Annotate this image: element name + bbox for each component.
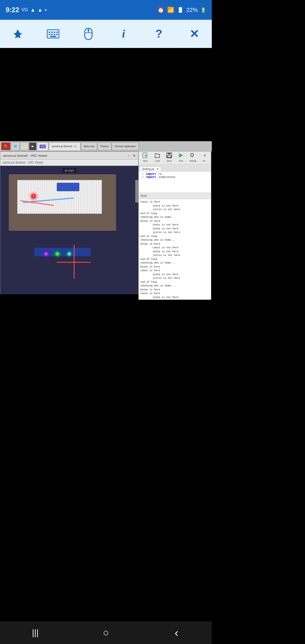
new-file-icon xyxy=(142,152,149,158)
svg-marker-20 xyxy=(179,153,183,158)
thonny-save-label: Save xyxy=(167,160,172,162)
led-purple xyxy=(44,252,48,256)
led-strip-module xyxy=(34,248,91,256)
shell-line: lydia is not here xyxy=(140,250,209,254)
thonny-debug-icon xyxy=(189,151,197,159)
taskbar-globe[interactable]: 🌐 xyxy=(11,142,19,150)
taskbar-thonny[interactable]: Thonny xyxy=(98,142,111,150)
nav-home-button[interactable]: ○ xyxy=(95,624,117,641)
shell-line: lydia is not here xyxy=(140,273,209,277)
vnc-minimize[interactable]: − xyxy=(128,153,130,158)
thonny-window: Thonny — /home/pi/Desktop/... ✕ New Load xyxy=(138,141,211,299)
status-left: 9:22 VG ▲ ▲ • xyxy=(6,6,47,14)
thonny-shell[interactable]: Lewis is here lydia is not here justin i… xyxy=(139,199,211,300)
taskbar-dylan[interactable]: dylan test xyxy=(81,142,97,150)
shell-label-text: Shell xyxy=(140,194,147,197)
svg-rect-8 xyxy=(56,34,58,35)
thonny-debug-label: Debug xyxy=(189,160,196,162)
info-icon: i xyxy=(122,27,125,40)
shell-line: Lewis is not here xyxy=(140,223,209,227)
thonny-new-label: New xyxy=(143,160,148,162)
taskbar-vg[interactable]: VG xyxy=(37,142,48,150)
thonny-editor[interactable]: 1 import re 2 import subprocess xyxy=(139,171,211,193)
shell-line: lydia is not here xyxy=(140,296,209,300)
thonny-tab-label: testing.py xyxy=(142,167,154,171)
thonny-load-button[interactable]: Load xyxy=(152,151,162,162)
status-dot: • xyxy=(45,7,47,13)
svg-rect-6 xyxy=(51,34,53,35)
status-right: ⏰ 📶 ▐▌ 22% 🔋 xyxy=(157,6,206,13)
svg-rect-4 xyxy=(56,32,58,33)
thonny-load-icon xyxy=(153,151,161,159)
thonny-over-label: Ov... xyxy=(202,160,207,162)
thonny-save-icon xyxy=(165,151,173,159)
taskbar-terminal[interactable]: ▶ xyxy=(29,142,36,150)
taskbar-vnc[interactable]: camera pi (botnet) - V... xyxy=(49,142,80,150)
mouse-button[interactable] xyxy=(77,23,100,45)
taskbar-rpi-icon[interactable]: 🍓 xyxy=(1,142,10,150)
keyboard-icon xyxy=(47,29,59,38)
help-button[interactable]: ? xyxy=(148,23,170,45)
thonny-tab-close[interactable]: ✕ xyxy=(156,167,159,171)
vnc-subtitle-text: camera pi (botnet) - VNC Viewer xyxy=(3,161,43,164)
svg-rect-21 xyxy=(191,153,193,156)
nav-home-icon: ○ xyxy=(103,627,109,639)
shell-line: checking who is home... xyxy=(140,238,209,242)
vnc-close[interactable]: ✕ xyxy=(132,153,136,158)
close-button[interactable]: ✕ xyxy=(183,23,206,45)
shell-line: Lewis is here xyxy=(140,200,209,204)
pin-icon xyxy=(12,29,23,39)
shell-line: end of loop xyxy=(140,212,209,216)
vnc-title: camera pi (botnet) - VNC Viewer xyxy=(3,154,47,157)
status-time: 9:22 xyxy=(6,6,19,14)
vnc-subtitle: camera pi (botnet) - VNC Viewer xyxy=(0,160,138,166)
close-icon: ✕ xyxy=(189,27,199,40)
nav-recent-button[interactable]: ||| xyxy=(24,624,47,641)
code-line-2: 2 import subprocess xyxy=(140,176,210,179)
status-vg: VG xyxy=(21,7,28,12)
shell-line: Dylan is here xyxy=(140,265,209,269)
thonny-new-button[interactable]: New xyxy=(140,151,151,162)
shell-line: end of loop xyxy=(140,280,209,284)
taskbar-choose[interactable]: Choose Application xyxy=(112,142,139,150)
vnc-titlebar: camera pi (botnet) - VNC Viewer − ✕ xyxy=(0,152,138,160)
info-button[interactable]: i xyxy=(112,23,135,45)
run-icon xyxy=(178,152,184,158)
shell-line: checking who is home... xyxy=(140,261,209,265)
cam-label: pi-cam xyxy=(62,168,76,173)
shell-line: Lewis is here xyxy=(140,292,209,296)
thonny-over-button[interactable]: ≡ Ov... xyxy=(200,151,210,162)
thonny-run-button[interactable]: Run xyxy=(176,151,186,162)
thonny-over-icon: ≡ xyxy=(201,151,209,159)
pin-button[interactable] xyxy=(6,23,29,45)
thonny-debug-button[interactable]: Debug xyxy=(188,151,198,162)
shell-line: justin is not here xyxy=(140,208,209,212)
taskbar-folder[interactable]: 📁 xyxy=(20,142,29,150)
help-icon: ? xyxy=(155,27,162,40)
code-text-1: re xyxy=(158,173,162,176)
toolbar: i ? ✕ xyxy=(0,20,212,48)
thonny-run-label: Run xyxy=(179,160,183,162)
thonny-save-button[interactable]: Save xyxy=(164,151,174,162)
svg-rect-18 xyxy=(168,153,171,155)
shell-line: lydia is not here xyxy=(140,227,209,231)
shell-line: Lewis is here xyxy=(140,269,209,273)
shell-line: checking who is home... xyxy=(140,216,209,219)
vnc-content[interactable]: pi-cam xyxy=(0,166,139,294)
svg-rect-9 xyxy=(50,36,56,37)
thonny-load-label: Load xyxy=(155,160,160,162)
shell-line: Dylan is here xyxy=(140,219,209,223)
nav-back-button[interactable]: ‹ xyxy=(165,624,188,641)
led-green xyxy=(55,252,59,256)
shell-line: Dylan is here xyxy=(140,242,209,246)
nav-back-icon: ‹ xyxy=(175,626,178,639)
keyboard-button[interactable] xyxy=(42,23,64,45)
status-bar: 9:22 VG ▲ ▲ • ⏰ 📶 ▐▌ 22% 🔋 xyxy=(0,0,212,20)
shell-line: justin is not here xyxy=(140,277,209,280)
line-num-2: 2 xyxy=(140,176,144,179)
shell-line: end of loop xyxy=(140,258,209,262)
thonny-shell-label: Shell xyxy=(139,193,211,199)
battery-percent: 22% xyxy=(186,7,198,13)
component-blue xyxy=(57,183,79,191)
thonny-tab-testing[interactable]: testing.py ✕ xyxy=(140,167,161,171)
